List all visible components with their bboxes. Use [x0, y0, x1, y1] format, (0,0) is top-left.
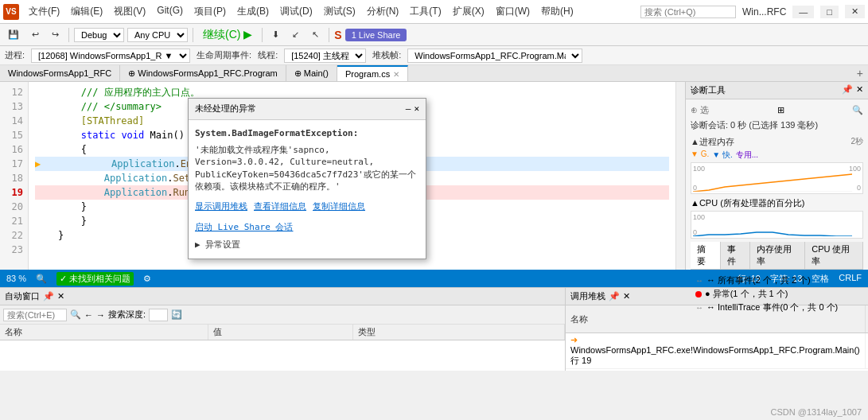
search-execute-icon[interactable]: 🔍	[70, 309, 81, 320]
menu-view[interactable]: 视图(V)	[109, 3, 150, 20]
dialog-title: 未经处理的异常	[195, 102, 256, 116]
auto-pin-icon[interactable]: 📌	[43, 291, 54, 301]
cpu-combo[interactable]: Any CPU	[127, 28, 188, 42]
menu-debug[interactable]: 调试(D)	[275, 3, 317, 20]
tab-summary[interactable]: 摘要	[691, 242, 721, 269]
diagnostics-header: 诊断工具 📌 ✕	[686, 82, 868, 99]
select-icon[interactable]: ⊕ 选	[691, 104, 709, 116]
menu-file[interactable]: 文件(F)	[24, 3, 64, 20]
view-details-link[interactable]: 查看详细信息	[254, 200, 306, 214]
tab-cpu-usage[interactable]: CPU 使用率	[805, 242, 863, 269]
session-info: 诊断会话: 0 秒 (已选择 139 毫秒)	[691, 119, 863, 131]
callstack-row-0[interactable]: ➜ WindowsFormsApp1_RFC.exe!WindowsFormsA…	[566, 333, 868, 369]
live-share-session-link[interactable]: 启动 Live Share 会话	[195, 220, 293, 235]
close-button[interactable]: ✕	[845, 5, 865, 18]
tab-memory-usage[interactable]: 内存使用率	[750, 242, 805, 269]
tab-events[interactable]: 事件	[721, 242, 751, 269]
tab-program[interactable]: ⊕ WindowsFormsApp1_RFC.Program	[120, 65, 286, 81]
redo-button[interactable]: ↪	[47, 28, 64, 41]
exception-item: ● 异常(1 个，共 1 个)	[695, 288, 858, 300]
step-into-button[interactable]: ↙	[287, 28, 304, 41]
step-over-button[interactable]: ⬇	[267, 28, 284, 41]
menu-build[interactable]: 生成(B)	[232, 3, 274, 20]
maximize-button[interactable]: □	[820, 6, 839, 18]
editor-scrollbar[interactable]	[675, 82, 685, 270]
search-input[interactable]	[640, 6, 736, 18]
auto-search-input[interactable]	[3, 309, 67, 321]
menu-help[interactable]: 帮助(H)	[536, 3, 578, 20]
live-share-button[interactable]: 1 Live Share	[345, 29, 407, 41]
sapnco-icon: S	[334, 29, 341, 41]
save-button[interactable]: 💾	[3, 28, 24, 41]
nav-forward-icon[interactable]: →	[96, 310, 105, 320]
expand-icon[interactable]: ⊞	[777, 105, 784, 115]
dialog-title-bar: 未经处理的异常 — ✕	[189, 99, 426, 120]
auto-table: 名称 值 类型	[0, 325, 565, 340]
dialog-links: 显示调用堆栈 查看详细信息 复制详细信息 启动 Live Share 会话	[195, 200, 419, 235]
vs-logo: VS	[3, 4, 19, 20]
title-right: Win...RFC — □ ✕	[640, 5, 865, 18]
tab-project[interactable]: WindowsFormsApp1_RFC	[0, 65, 120, 81]
menu-window[interactable]: 窗口(W)	[491, 3, 535, 20]
intellitrace-item: ↔ ↔ IntelliTrace 事件(0 个，共 0 个)	[695, 301, 858, 313]
no-issues-badge: ✓ 未找到相关问题	[56, 272, 134, 286]
menu-bar: 文件(F) 编辑(E) 视图(V) Git(G) 项目(P) 生成(B) 调试(…	[24, 3, 640, 20]
toolbar-separator-4	[329, 28, 329, 42]
all-events-label: ↔ 所有事件(2 个，共 2 个)	[706, 274, 811, 286]
editor-tab-bar: WindowsFormsApp1_RFC ⊕ WindowsFormsApp1_…	[0, 65, 868, 82]
process-bar: 进程: [12068] WindowsFormsApp1_R ▼ 生命周期事件:…	[0, 46, 868, 65]
callstack-close-icon[interactable]: ✕	[623, 291, 630, 301]
copy-details-link[interactable]: 复制详细信息	[313, 200, 365, 214]
tab-main[interactable]: ⊕ Main()	[286, 65, 337, 81]
menu-test[interactable]: 测试(S)	[319, 3, 360, 20]
toolbar-separator-2	[193, 28, 193, 42]
mem-indicators: ▼ G. ▼ 快. 专用...	[691, 150, 863, 161]
exception-message: '未能加载文件或程序集'sapnco, Version=3.0.0.42, Cu…	[195, 144, 419, 193]
diagnostics-toolbar: ⊕ 选 ⊞ 🔍	[691, 104, 863, 116]
menu-tools[interactable]: 工具(T)	[405, 3, 446, 20]
menu-edit[interactable]: 编辑(E)	[66, 3, 107, 20]
minimize-button[interactable]: —	[792, 6, 814, 18]
exception-type: System.BadImageFormatException:	[195, 126, 419, 141]
menu-extensions[interactable]: 扩展(X)	[448, 3, 489, 20]
continue-button[interactable]: 继续(C) ▶	[198, 26, 257, 44]
diagnostics-pin-icon[interactable]: 📌	[842, 84, 853, 96]
dialog-close-icon[interactable]: ✕	[414, 102, 419, 116]
tab-close-icon[interactable]: ✕	[393, 70, 399, 79]
menu-project[interactable]: 项目(P)	[189, 3, 231, 20]
process-combo[interactable]: [12068] WindowsFormsApp1_R ▼	[31, 49, 190, 63]
events-section: ↔ ↔ 所有事件(2 个，共 2 个) ● 异常(1 个，共 1 个) ↔ ↔ …	[691, 270, 863, 318]
exception-settings-link[interactable]: 异常设置	[195, 238, 419, 252]
nav-back-icon[interactable]: ←	[84, 310, 93, 320]
menu-git[interactable]: Git(G)	[152, 3, 188, 20]
auto-panel-header: 自动窗口 📌 ✕	[0, 288, 565, 305]
tab-program-cs[interactable]: Program.cs ✕	[337, 65, 408, 81]
settings-icon[interactable]: ⚙	[143, 274, 151, 284]
show-callstack-link[interactable]: 显示调用堆栈	[195, 200, 247, 214]
diagnostics-close-icon[interactable]: ✕	[856, 84, 863, 96]
diagnostics-controls: 📌 ✕	[842, 84, 863, 96]
step-out-button[interactable]: ↖	[307, 28, 324, 41]
search-diag-icon[interactable]: 🔍	[852, 105, 863, 115]
dialog-body: System.BadImageFormatException: '未能加载文件或…	[189, 120, 426, 259]
cpu-min-label: 0	[693, 228, 697, 236]
menu-analyze[interactable]: 分析(N)	[362, 3, 404, 20]
callstack-pin-icon[interactable]: 📌	[609, 291, 620, 301]
process-mem-header: ▲进程内存 2秒	[691, 136, 863, 148]
stack-combo[interactable]: WindowsFormsApp1_RFC.Program.Ma ▼	[407, 49, 582, 63]
title-bar: VS 文件(F) 编辑(E) 视图(V) Git(G) 项目(P) 生成(B) …	[0, 0, 868, 24]
dialog-minimize-icon[interactable]: —	[406, 102, 411, 116]
cpu-max-label: 100	[693, 213, 705, 221]
debug-config-combo[interactable]: Debug	[74, 28, 124, 42]
tab-add-button[interactable]: +	[852, 65, 868, 81]
undo-button[interactable]: ↩	[27, 28, 44, 41]
intellitrace-label: ↔ IntelliTrace 事件(0 个，共 0 个)	[706, 301, 838, 313]
stack-label: 堆栈帧:	[372, 49, 401, 61]
depth-input[interactable]: 3	[149, 309, 168, 321]
chart-right-label: 100	[849, 165, 861, 173]
refresh-icon[interactable]: 🔄	[171, 309, 182, 320]
auto-col-value: 值	[208, 325, 353, 340]
csdn-watermark: CSDN @1314lay_1007	[770, 407, 862, 417]
auto-close-icon[interactable]: ✕	[57, 291, 64, 301]
thread-combo[interactable]: [15240] 主线程	[284, 49, 366, 63]
